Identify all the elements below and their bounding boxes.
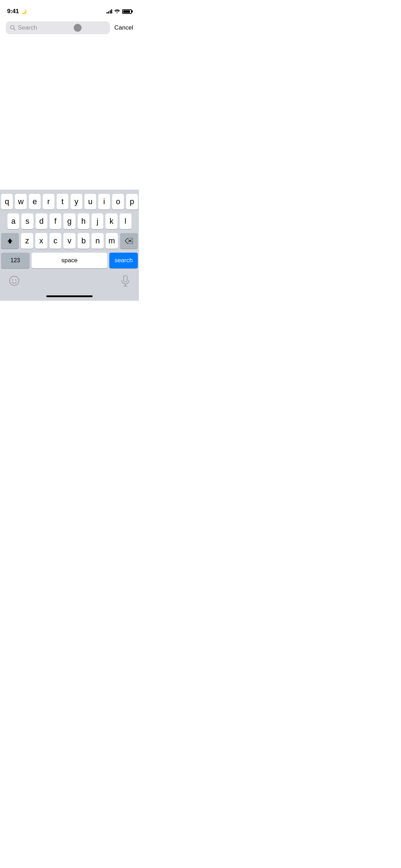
svg-point-7 xyxy=(15,279,16,280)
key-d[interactable]: d xyxy=(36,213,47,229)
key-m[interactable]: m xyxy=(106,233,118,249)
key-q[interactable]: q xyxy=(1,194,13,210)
key-v[interactable]: v xyxy=(63,233,75,249)
key-a[interactable]: a xyxy=(7,213,19,229)
key-c[interactable]: c xyxy=(50,233,62,249)
key-k[interactable]: k xyxy=(105,213,117,229)
key-w[interactable]: w xyxy=(15,194,27,210)
key-g[interactable]: g xyxy=(63,213,75,229)
content-area xyxy=(0,38,139,173)
keyboard-row-3: z x c v b n m xyxy=(1,233,138,249)
key-h[interactable]: h xyxy=(78,213,89,229)
key-p[interactable]: p xyxy=(126,194,138,210)
home-bar xyxy=(46,295,93,297)
battery-icon xyxy=(122,9,132,14)
key-i[interactable]: i xyxy=(98,194,110,210)
search-icon xyxy=(10,25,16,31)
keyboard-row-4: 123 space search xyxy=(1,253,138,268)
emoji-button[interactable] xyxy=(9,275,20,289)
status-time: 9:41 🌙 xyxy=(7,8,27,15)
keyboard: q w e r t y u i o p a s d f g h j k l z … xyxy=(0,190,139,301)
keyboard-bottom xyxy=(1,272,138,293)
keyboard-row-2: a s d f g h j k l xyxy=(1,213,138,229)
key-o[interactable]: o xyxy=(112,194,124,210)
key-y[interactable]: y xyxy=(71,194,82,210)
key-f[interactable]: f xyxy=(50,213,61,229)
svg-marker-2 xyxy=(7,238,12,243)
key-t[interactable]: t xyxy=(57,194,68,210)
home-indicator xyxy=(1,293,138,301)
cancel-button[interactable]: Cancel xyxy=(114,23,133,33)
space-key[interactable]: space xyxy=(32,253,108,268)
shift-key[interactable] xyxy=(1,233,19,249)
status-bar: 9:41 🌙 xyxy=(0,0,139,18)
svg-rect-8 xyxy=(124,275,127,282)
keyboard-row-1: q w e r t y u i o p xyxy=(1,194,138,210)
key-b[interactable]: b xyxy=(78,233,90,249)
key-l[interactable]: l xyxy=(120,213,131,229)
svg-line-1 xyxy=(14,29,15,30)
microphone-button[interactable] xyxy=(121,275,130,289)
key-r[interactable]: r xyxy=(43,194,54,210)
svg-point-6 xyxy=(12,279,13,280)
status-icons xyxy=(106,9,132,14)
key-n[interactable]: n xyxy=(92,233,104,249)
delete-key[interactable] xyxy=(120,233,138,249)
key-u[interactable]: u xyxy=(84,194,96,210)
svg-point-5 xyxy=(10,276,19,285)
key-s[interactable]: s xyxy=(21,213,33,229)
signal-icon xyxy=(106,9,113,14)
search-bar[interactable] xyxy=(6,21,110,34)
key-z[interactable]: z xyxy=(21,233,33,249)
key-j[interactable]: j xyxy=(92,213,103,229)
moon-icon: 🌙 xyxy=(21,9,27,14)
key-e[interactable]: e xyxy=(29,194,41,210)
search-header: Cancel xyxy=(0,18,139,38)
search-key[interactable]: search xyxy=(109,253,138,268)
wifi-icon xyxy=(114,9,120,14)
key-x[interactable]: x xyxy=(35,233,47,249)
cursor-handle xyxy=(74,24,82,32)
search-input[interactable] xyxy=(18,24,106,31)
numbers-key[interactable]: 123 xyxy=(1,253,30,268)
